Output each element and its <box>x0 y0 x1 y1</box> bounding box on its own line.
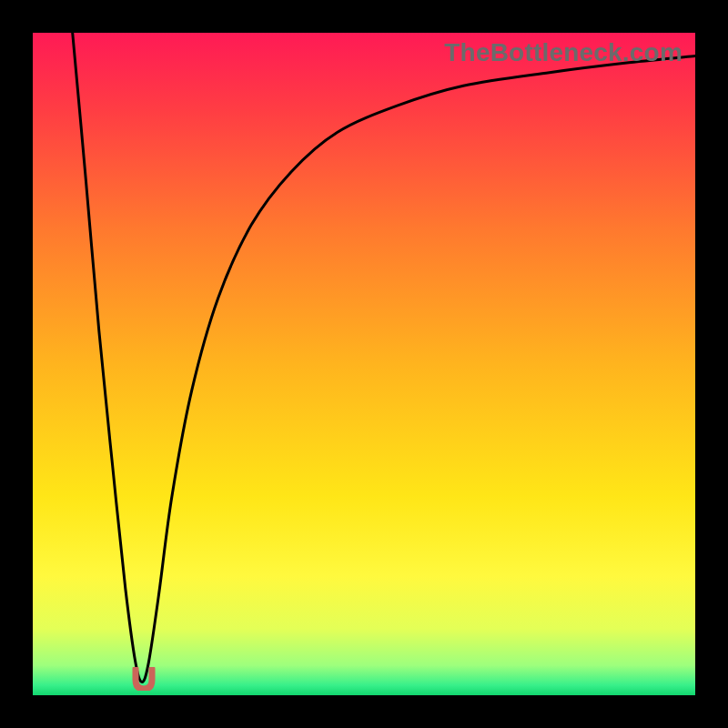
bottleneck-curve <box>33 33 695 695</box>
watermark-text: TheBottleneck.com <box>444 38 682 67</box>
chart-frame: TheBottleneck.com <box>0 0 728 728</box>
plot-area: TheBottleneck.com <box>33 33 695 695</box>
